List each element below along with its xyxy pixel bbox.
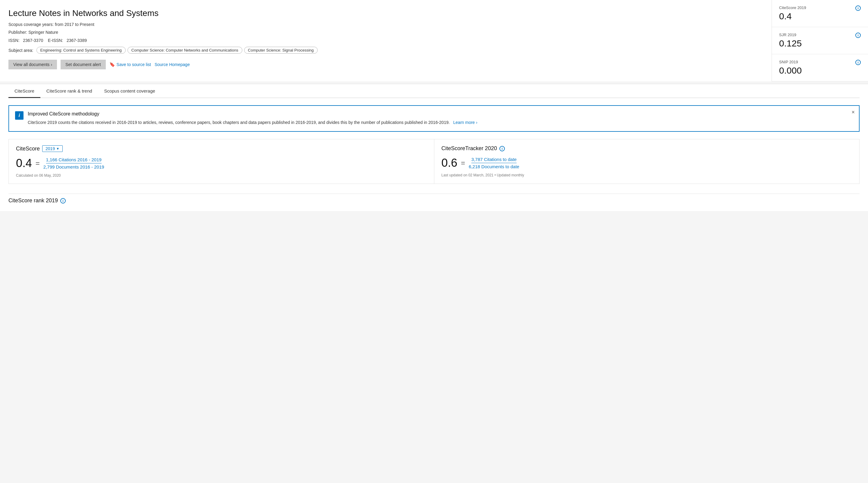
documents-link[interactable]: 2,799 Documents 2016 - 2019 — [43, 163, 104, 170]
snip-label: SNIP 2019 — [779, 60, 798, 64]
publisher-value: Springer Nature — [28, 30, 58, 35]
snip-card: SNIP 2019 i 0.000 — [772, 54, 868, 82]
citescore-tracker-panel: CiteScoreTracker 2020 i 0.6 = 3,787 Cita… — [434, 139, 860, 184]
subject-badge-2: Computer Science: Signal Processing — [244, 47, 318, 54]
tracker-documents-link[interactable]: 6,218 Documents to date — [469, 163, 519, 169]
banner-close-button[interactable]: × — [851, 110, 855, 115]
calc-date: Calculated on 06 May, 2020 — [16, 173, 427, 178]
citations-link[interactable]: 1,166 Citations 2016 - 2019 — [46, 157, 101, 163]
chevron-right-icon: › — [51, 62, 52, 67]
info-banner: i Improved CiteScore methodology CiteSco… — [8, 105, 860, 132]
tab-citescore-rank[interactable]: CiteScore rank & trend — [40, 84, 98, 98]
banner-title: Improved CiteScore methodology — [28, 111, 853, 117]
tracker-equals-sign: = — [461, 159, 465, 167]
coverage-row: Scopus coverage years: from 2017 to Pres… — [8, 21, 762, 28]
eissn-value: 2367-3389 — [67, 38, 87, 43]
save-to-source-list-button[interactable]: 🔖 Save to source list — [110, 62, 151, 67]
tab-scopus-coverage[interactable]: Scopus content coverage — [98, 84, 161, 98]
issn-value: 2367-3370 — [23, 38, 43, 43]
sjr-info-icon[interactable]: i — [855, 33, 861, 38]
year-selector[interactable]: 2019 ▼ — [42, 145, 63, 152]
set-document-alert-button[interactable]: Set document alert — [61, 60, 106, 69]
tabs: CiteScore CiteScore rank & trend Scopus … — [8, 84, 860, 98]
chevron-right-icon: › — [476, 120, 477, 125]
issn-label: ISSN: — [8, 38, 20, 43]
content-area: i Improved CiteScore methodology CiteSco… — [0, 98, 868, 211]
rank-info-icon[interactable]: i — [60, 198, 66, 204]
view-all-docs-button[interactable]: View all documents › — [8, 60, 57, 69]
citescore-card: CiteScore 2019 i 0.4 — [772, 0, 868, 27]
sjr-card: SJR 2019 i 0.125 — [772, 27, 868, 54]
snip-info-icon[interactable]: i — [855, 60, 861, 65]
separator — [8, 193, 860, 194]
banner-text: CiteScore 2019 counts the citations rece… — [28, 119, 853, 126]
tracker-info-icon[interactable]: i — [499, 146, 505, 151]
tracker-panel-title: CiteScoreTracker 2020 i — [441, 145, 852, 152]
publisher-row: Publisher: Springer Nature — [8, 29, 762, 36]
bookmark-icon: 🔖 — [110, 62, 115, 67]
tracker-update-date: Last updated on 02 March, 2021 • Updated… — [441, 173, 852, 177]
eissn-label: E-ISSN: — [48, 38, 63, 43]
banner-content: Improved CiteScore methodology CiteScore… — [28, 111, 853, 126]
citescore-rank-title: CiteScore rank 2019 i — [8, 198, 860, 204]
subject-label: Subject area: — [8, 48, 33, 53]
snip-value: 0.000 — [779, 65, 861, 76]
subject-badge-1: Computer Science: Computer Networks and … — [127, 47, 242, 54]
citescore-fraction: 1,166 Citations 2016 - 2019 2,799 Docume… — [43, 157, 104, 170]
publisher-label: Publisher: — [8, 30, 27, 35]
scores-panel: CiteScore 2019 i 0.4 SJR 2019 i 0.125 SN… — [772, 0, 868, 82]
tracker-fraction: 3,787 Citations to date 6,218 Documents … — [469, 157, 519, 169]
citescore-big-value: 0.4 — [16, 157, 32, 170]
sjr-value: 0.125 — [779, 38, 861, 49]
tracker-big-value: 0.6 — [441, 156, 458, 170]
tab-citescore[interactable]: CiteScore — [8, 84, 40, 98]
learn-more-link[interactable]: Learn more › — [452, 120, 477, 125]
citescore-panels: CiteScore 2019 ▼ 0.4 = 1,166 Citations 2… — [8, 139, 860, 184]
tabs-section: CiteScore CiteScore rank & trend Scopus … — [0, 84, 868, 98]
tracker-calc: 0.6 = 3,787 Citations to date 6,218 Docu… — [441, 156, 852, 170]
sjr-label: SJR 2019 — [779, 33, 796, 37]
dropdown-icon: ▼ — [56, 147, 59, 150]
banner-icon: i — [15, 111, 24, 120]
tracker-citations-link[interactable]: 3,787 Citations to date — [471, 157, 517, 163]
equals-sign: = — [36, 159, 40, 168]
citescore-panel-title: CiteScore 2019 ▼ — [16, 145, 427, 152]
source-homepage-button[interactable]: Source Homepage — [155, 62, 190, 67]
citescore-value: 0.4 — [779, 11, 861, 22]
citescore-label: CiteScore 2019 — [779, 5, 806, 10]
issn-row: ISSN: 2367-3370 E-ISSN: 2367-3389 — [8, 37, 762, 44]
page-title: Lecture Notes in Networks and Systems — [8, 8, 762, 18]
citescore-info-icon[interactable]: i — [855, 5, 861, 11]
citescore-main-panel: CiteScore 2019 ▼ 0.4 = 1,166 Citations 2… — [8, 139, 434, 184]
subject-area-row: Subject area: Engineering: Control and S… — [8, 47, 762, 54]
citescore-calc: 0.4 = 1,166 Citations 2016 - 2019 2,799 … — [16, 157, 427, 170]
subject-badge-0: Engineering: Control and Systems Enginee… — [36, 47, 126, 54]
